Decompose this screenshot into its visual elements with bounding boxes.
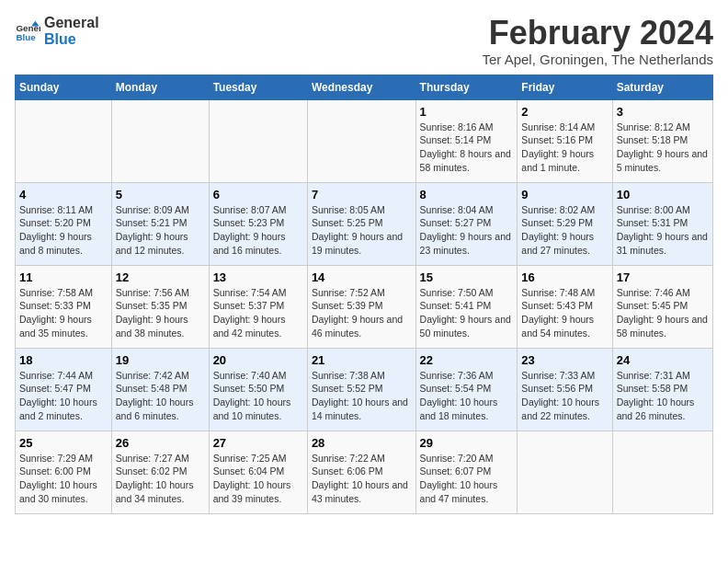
day-info: Sunrise: 7:25 AM Sunset: 6:04 PM Dayligh…: [213, 452, 303, 506]
day-cell: 9Sunrise: 8:02 AM Sunset: 5:29 PM Daylig…: [518, 182, 612, 265]
header-row: SundayMondayTuesdayWednesdayThursdayFrid…: [16, 75, 713, 99]
week-row-4: 18Sunrise: 7:44 AM Sunset: 5:47 PM Dayli…: [16, 348, 713, 431]
day-number: 19: [116, 353, 205, 367]
day-info: Sunrise: 8:00 AM Sunset: 5:31 PM Dayligh…: [617, 203, 709, 258]
day-cell: [307, 99, 415, 182]
day-number: 28: [312, 436, 412, 450]
day-info: Sunrise: 8:11 AM Sunset: 5:20 PM Dayligh…: [19, 203, 108, 258]
day-info: Sunrise: 7:20 AM Sunset: 6:07 PM Dayligh…: [420, 452, 514, 506]
day-number: 5: [116, 188, 205, 201]
day-cell: 4Sunrise: 8:11 AM Sunset: 5:20 PM Daylig…: [16, 182, 112, 265]
day-info: Sunrise: 7:38 AM Sunset: 5:52 PM Dayligh…: [312, 369, 412, 423]
day-cell: 21Sunrise: 7:38 AM Sunset: 5:52 PM Dayli…: [307, 348, 415, 431]
day-cell: 20Sunrise: 7:40 AM Sunset: 5:50 PM Dayli…: [209, 348, 307, 431]
day-cell: 7Sunrise: 8:05 AM Sunset: 5:25 PM Daylig…: [307, 182, 415, 265]
day-info: Sunrise: 8:12 AM Sunset: 5:18 PM Dayligh…: [617, 121, 709, 175]
day-cell: 2Sunrise: 8:14 AM Sunset: 5:16 PM Daylig…: [518, 99, 612, 182]
day-info: Sunrise: 7:44 AM Sunset: 5:47 PM Dayligh…: [19, 369, 108, 423]
week-row-5: 25Sunrise: 7:29 AM Sunset: 6:00 PM Dayli…: [16, 431, 713, 513]
day-number: 26: [116, 436, 205, 450]
day-info: Sunrise: 7:36 AM Sunset: 5:54 PM Dayligh…: [420, 369, 514, 423]
day-cell: 3Sunrise: 8:12 AM Sunset: 5:18 PM Daylig…: [612, 99, 712, 182]
day-info: Sunrise: 7:33 AM Sunset: 5:56 PM Dayligh…: [521, 369, 608, 423]
day-number: 11: [19, 270, 108, 284]
day-info: Sunrise: 8:09 AM Sunset: 5:21 PM Dayligh…: [116, 203, 205, 258]
day-cell: 11Sunrise: 7:58 AM Sunset: 5:33 PM Dayli…: [16, 265, 112, 348]
day-cell: 25Sunrise: 7:29 AM Sunset: 6:00 PM Dayli…: [16, 431, 112, 513]
day-number: 22: [420, 353, 514, 367]
day-cell: 27Sunrise: 7:25 AM Sunset: 6:04 PM Dayli…: [209, 431, 307, 513]
day-cell: 10Sunrise: 8:00 AM Sunset: 5:31 PM Dayli…: [612, 182, 712, 265]
logo-line2: Blue: [44, 31, 99, 48]
week-row-1: 1Sunrise: 8:16 AM Sunset: 5:14 PM Daylig…: [16, 99, 713, 182]
day-cell: [518, 431, 612, 513]
logo-line1: General: [44, 15, 99, 31]
day-number: 10: [617, 188, 709, 201]
day-number: 15: [420, 270, 514, 284]
day-info: Sunrise: 8:14 AM Sunset: 5:16 PM Dayligh…: [521, 121, 608, 175]
day-cell: 26Sunrise: 7:27 AM Sunset: 6:02 PM Dayli…: [111, 431, 209, 513]
header-cell-sunday: Sunday: [16, 75, 112, 99]
day-info: Sunrise: 7:22 AM Sunset: 6:06 PM Dayligh…: [312, 452, 412, 506]
day-number: 6: [213, 188, 303, 201]
day-info: Sunrise: 7:46 AM Sunset: 5:45 PM Dayligh…: [617, 286, 709, 340]
day-number: 18: [19, 353, 108, 367]
day-number: 4: [19, 188, 108, 201]
day-cell: 14Sunrise: 7:52 AM Sunset: 5:39 PM Dayli…: [307, 265, 415, 348]
day-info: Sunrise: 7:52 AM Sunset: 5:39 PM Dayligh…: [312, 286, 412, 340]
day-cell: 5Sunrise: 8:09 AM Sunset: 5:21 PM Daylig…: [111, 182, 209, 265]
day-number: 29: [420, 436, 514, 450]
logo-icon: General Blue: [15, 18, 40, 44]
day-number: 1: [420, 105, 514, 119]
day-number: 27: [213, 436, 303, 450]
day-info: Sunrise: 7:56 AM Sunset: 5:35 PM Dayligh…: [116, 286, 205, 340]
day-info: Sunrise: 7:54 AM Sunset: 5:37 PM Dayligh…: [213, 286, 303, 340]
header-cell-wednesday: Wednesday: [307, 75, 415, 99]
day-cell: 16Sunrise: 7:48 AM Sunset: 5:43 PM Dayli…: [518, 265, 612, 348]
day-number: 23: [521, 353, 608, 367]
header-cell-monday: Monday: [111, 75, 209, 99]
day-number: 8: [420, 188, 514, 201]
day-cell: 8Sunrise: 8:04 AM Sunset: 5:27 PM Daylig…: [415, 182, 518, 265]
day-info: Sunrise: 7:58 AM Sunset: 5:33 PM Dayligh…: [19, 286, 108, 340]
header-cell-saturday: Saturday: [612, 75, 712, 99]
calendar-table: SundayMondayTuesdayWednesdayThursdayFrid…: [15, 75, 713, 514]
day-info: Sunrise: 7:31 AM Sunset: 5:58 PM Dayligh…: [617, 369, 709, 423]
day-number: 16: [521, 270, 608, 284]
day-cell: 13Sunrise: 7:54 AM Sunset: 5:37 PM Dayli…: [209, 265, 307, 348]
day-number: 17: [617, 270, 709, 284]
day-number: 7: [312, 188, 412, 201]
header: General Blue General Blue February 2024 …: [15, 15, 713, 67]
day-info: Sunrise: 8:04 AM Sunset: 5:27 PM Dayligh…: [420, 203, 514, 258]
day-info: Sunrise: 8:02 AM Sunset: 5:29 PM Dayligh…: [521, 203, 608, 258]
day-cell: 18Sunrise: 7:44 AM Sunset: 5:47 PM Dayli…: [16, 348, 112, 431]
week-row-2: 4Sunrise: 8:11 AM Sunset: 5:20 PM Daylig…: [16, 182, 713, 265]
day-number: 24: [617, 353, 709, 367]
day-info: Sunrise: 7:40 AM Sunset: 5:50 PM Dayligh…: [213, 369, 303, 423]
day-number: 14: [312, 270, 412, 284]
logo: General Blue General Blue: [15, 15, 99, 47]
day-number: 21: [312, 353, 412, 367]
day-cell: 19Sunrise: 7:42 AM Sunset: 5:48 PM Dayli…: [111, 348, 209, 431]
day-cell: 29Sunrise: 7:20 AM Sunset: 6:07 PM Dayli…: [415, 431, 518, 513]
day-cell: [612, 431, 712, 513]
day-info: Sunrise: 7:50 AM Sunset: 5:41 PM Dayligh…: [420, 286, 514, 340]
day-cell: 6Sunrise: 8:07 AM Sunset: 5:23 PM Daylig…: [209, 182, 307, 265]
day-cell: 17Sunrise: 7:46 AM Sunset: 5:45 PM Dayli…: [612, 265, 712, 348]
day-info: Sunrise: 7:48 AM Sunset: 5:43 PM Dayligh…: [521, 286, 608, 340]
day-cell: 23Sunrise: 7:33 AM Sunset: 5:56 PM Dayli…: [518, 348, 612, 431]
main-title: February 2024: [482, 15, 713, 52]
day-info: Sunrise: 8:05 AM Sunset: 5:25 PM Dayligh…: [312, 203, 412, 258]
day-info: Sunrise: 7:29 AM Sunset: 6:00 PM Dayligh…: [19, 452, 108, 506]
day-cell: 12Sunrise: 7:56 AM Sunset: 5:35 PM Dayli…: [111, 265, 209, 348]
title-area: February 2024 Ter Apel, Groningen, The N…: [482, 15, 713, 67]
header-cell-friday: Friday: [518, 75, 612, 99]
day-number: 12: [116, 270, 205, 284]
day-info: Sunrise: 8:16 AM Sunset: 5:14 PM Dayligh…: [420, 121, 514, 175]
day-number: 9: [521, 188, 608, 201]
day-cell: 24Sunrise: 7:31 AM Sunset: 5:58 PM Dayli…: [612, 348, 712, 431]
header-cell-thursday: Thursday: [415, 75, 518, 99]
day-number: 2: [521, 105, 608, 119]
day-cell: 1Sunrise: 8:16 AM Sunset: 5:14 PM Daylig…: [415, 99, 518, 182]
day-info: Sunrise: 7:27 AM Sunset: 6:02 PM Dayligh…: [116, 452, 205, 506]
